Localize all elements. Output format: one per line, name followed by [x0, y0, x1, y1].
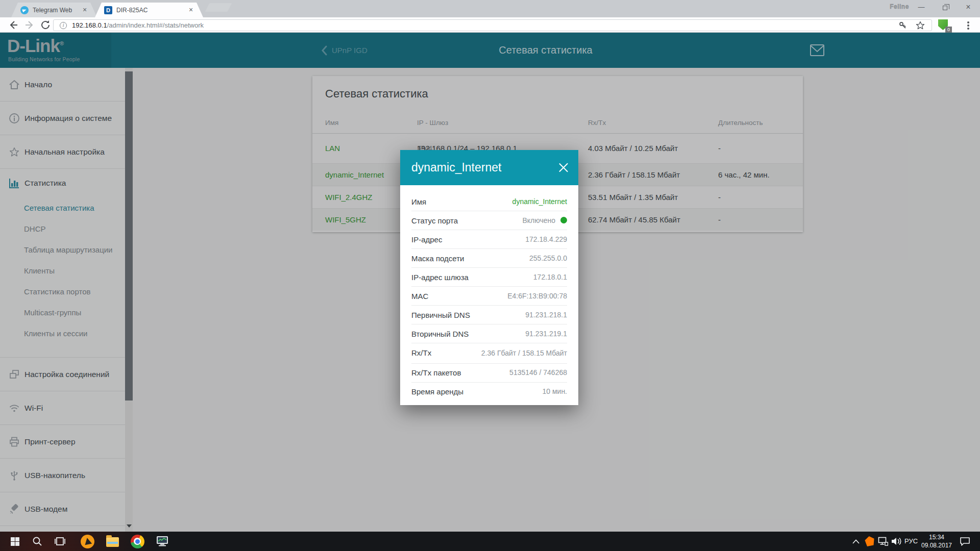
- network-icon: [878, 537, 888, 546]
- browser-profile-name[interactable]: Feline: [884, 3, 915, 10]
- modal-title: dynamic_Internet: [411, 150, 501, 185]
- modal-row-port-status: Статус порта Включено: [411, 211, 567, 230]
- tray-date: 09.08.2017: [920, 541, 953, 549]
- task-view-button[interactable]: [50, 532, 70, 551]
- tray-time: 15:34: [920, 533, 953, 541]
- extension-badge: 0: [945, 27, 952, 33]
- status-enabled-dot: [560, 217, 567, 223]
- url-host: 192.168.0.1: [72, 21, 107, 29]
- windows-taskbar: РУС 15:34 09.08.2017: [0, 532, 980, 551]
- performance-monitor-icon: [156, 535, 169, 547]
- screen: Telegram Web × D DIR-825AC × Feline — × …: [0, 0, 980, 551]
- action-center-icon: [960, 537, 970, 546]
- windows-logo-icon: [11, 537, 19, 546]
- taskbar-chrome-icon[interactable]: [127, 532, 148, 551]
- action-center-button[interactable]: [955, 532, 974, 551]
- modal-row-rxtx: Rx/Tx 2.36 Гбайт / 158.15 Мбайт: [411, 343, 567, 364]
- aimp-icon: [81, 535, 94, 548]
- modal-row-lease-time: Время аренды 10 мин.: [411, 383, 567, 401]
- tab-title: DIR-825AC: [116, 7, 187, 14]
- tray-language-indicator[interactable]: РУС: [904, 532, 918, 551]
- modal-row-gateway-ip: IP-адрес шлюза 172.18.0.1: [411, 268, 567, 287]
- taskbar-monitor-app-icon[interactable]: [152, 532, 173, 551]
- taskbar-file-explorer-icon[interactable]: [102, 532, 122, 551]
- address-bar[interactable]: i 192.168.0.1 /admin/index.html#/stats/n…: [53, 19, 932, 31]
- adblock-extension-icon[interactable]: 0: [938, 19, 949, 31]
- modal-body: Имя dynamic_Internet Статус порта Включе…: [400, 185, 578, 405]
- back-button[interactable]: [7, 19, 19, 31]
- new-tab-button[interactable]: [205, 3, 232, 12]
- modal-close-icon[interactable]: [556, 161, 570, 174]
- browser-tab-strip: Telegram Web × D DIR-825AC × Feline — ×: [0, 0, 980, 17]
- restore-icon: [943, 6, 947, 10]
- telegram-icon: [20, 6, 29, 14]
- tab-close-icon[interactable]: ×: [187, 6, 195, 14]
- taskbar-search-button[interactable]: [27, 532, 47, 551]
- folder-icon: [106, 537, 119, 547]
- modal-row-primary-dns: Первичный DNS 91.231.218.1: [411, 306, 567, 324]
- speaker-icon: [891, 537, 902, 546]
- tray-clock[interactable]: 15:34 09.08.2017: [920, 533, 953, 549]
- refresh-button[interactable]: [40, 19, 52, 31]
- search-icon: [32, 536, 42, 546]
- connection-details-modal: dynamic_Internet Имя dynamic_Internet Ст…: [400, 150, 578, 405]
- modal-row-ip-address: IP-адрес 172.18.4.229: [411, 230, 567, 249]
- tab-close-icon[interactable]: ×: [81, 6, 89, 14]
- start-button[interactable]: [5, 532, 25, 551]
- tray-volume-icon[interactable]: [888, 532, 905, 551]
- modal-row-mac: MAC E4:6F:13:B9:00:78: [411, 287, 567, 306]
- password-key-icon[interactable]: [898, 20, 908, 31]
- modal-row-rxtx-packets: Rx/Tx пакетов 5135146 / 746268: [411, 364, 567, 383]
- tab-title: Telegram Web: [33, 7, 81, 14]
- tab-dir-825ac[interactable]: D DIR-825AC ×: [95, 3, 203, 17]
- chevron-up-icon: [852, 539, 860, 544]
- browser-menu-icon[interactable]: [964, 20, 973, 30]
- modal-row-subnet-mask: Маска подсети 255.255.0.0: [411, 249, 567, 268]
- dlink-favicon: D: [104, 6, 112, 14]
- tab-telegram-web[interactable]: Telegram Web ×: [11, 3, 97, 17]
- window-close-button[interactable]: ×: [961, 1, 976, 13]
- window-restore-button[interactable]: [937, 1, 952, 13]
- forward-button[interactable]: [23, 19, 36, 31]
- window-minimize-button[interactable]: —: [914, 1, 929, 13]
- modal-row-name: Имя dynamic_Internet: [411, 192, 567, 211]
- page-info-icon[interactable]: i: [60, 22, 67, 29]
- url-path: /admin/index.html#/stats/network: [107, 21, 898, 29]
- chrome-icon: [131, 535, 144, 548]
- modal-row-secondary-dns: Вторичный DNS 91.231.219.1: [411, 324, 567, 343]
- modal-header: dynamic_Internet: [400, 150, 578, 185]
- bookmark-star-icon[interactable]: [915, 20, 925, 31]
- task-view-icon: [55, 537, 65, 546]
- avast-icon: [864, 536, 876, 547]
- taskbar-aimp-icon[interactable]: [77, 532, 97, 551]
